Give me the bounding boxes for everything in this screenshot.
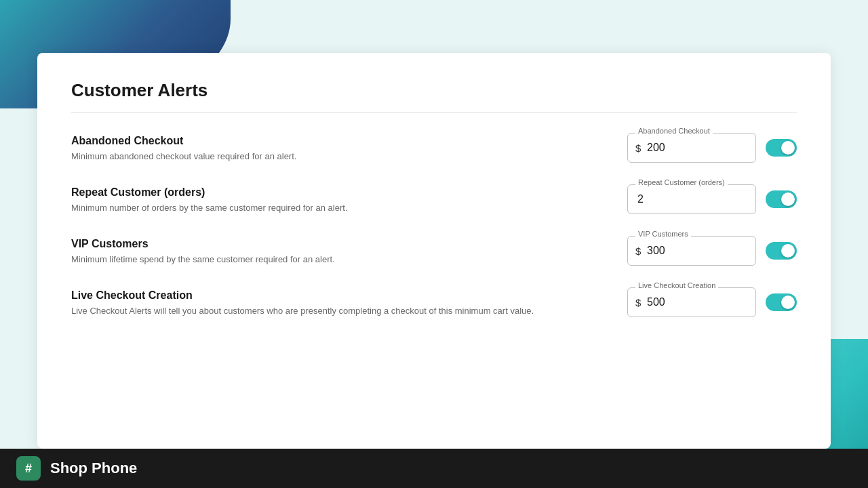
input-group-live-checkout: Live Checkout Creation$ xyxy=(627,287,756,317)
input-label-vip-customers: VIP Customers xyxy=(635,230,691,238)
input-label-repeat-customer: Repeat Customer (orders) xyxy=(635,178,728,186)
alert-desc-repeat-customer: Minimum number of orders by the same cus… xyxy=(71,203,627,213)
main-card: Customer Alerts Abandoned CheckoutMinimu… xyxy=(37,53,831,449)
page-title: Customer Alerts xyxy=(71,80,797,101)
title-divider xyxy=(71,112,797,113)
input-field-repeat-customer[interactable] xyxy=(627,184,756,214)
toggle-thumb-vip-customers xyxy=(781,244,795,258)
alert-row-repeat-customer: Repeat Customer (orders)Minimum number o… xyxy=(71,184,797,214)
toggle-thumb-abandoned-checkout xyxy=(781,141,795,155)
app-icon: # xyxy=(16,456,41,481)
alert-info-vip-customers: VIP CustomersMinimum lifetime spend by t… xyxy=(71,238,627,264)
alert-title-repeat-customer: Repeat Customer (orders) xyxy=(71,186,627,199)
alert-desc-live-checkout: Live Checkout Alerts will tell you about… xyxy=(71,306,627,316)
bottom-bar: # Shop Phone xyxy=(0,449,868,488)
alert-info-abandoned-checkout: Abandoned CheckoutMinimum abandoned chec… xyxy=(71,135,627,161)
alert-row-vip-customers: VIP CustomersMinimum lifetime spend by t… xyxy=(71,236,797,266)
alert-control-live-checkout: Live Checkout Creation$ xyxy=(627,287,797,317)
alert-info-live-checkout: Live Checkout CreationLive Checkout Aler… xyxy=(71,289,627,316)
alerts-container: Abandoned CheckoutMinimum abandoned chec… xyxy=(71,133,797,317)
toggle-live-checkout[interactable] xyxy=(766,293,797,311)
toggle-abandoned-checkout[interactable] xyxy=(766,139,797,157)
input-group-repeat-customer: Repeat Customer (orders) xyxy=(627,184,756,214)
alert-control-abandoned-checkout: Abandoned Checkout$ xyxy=(627,133,797,163)
toggle-thumb-live-checkout xyxy=(781,296,795,309)
alert-desc-abandoned-checkout: Minimum abandoned checkout value require… xyxy=(71,151,627,161)
alert-title-abandoned-checkout: Abandoned Checkout xyxy=(71,135,627,147)
alert-row-abandoned-checkout: Abandoned CheckoutMinimum abandoned chec… xyxy=(71,133,797,163)
input-field-vip-customers[interactable] xyxy=(627,236,756,266)
toggle-vip-customers[interactable] xyxy=(766,242,797,260)
alert-info-repeat-customer: Repeat Customer (orders)Minimum number o… xyxy=(71,186,627,213)
alert-title-live-checkout: Live Checkout Creation xyxy=(71,289,627,302)
input-label-abandoned-checkout: Abandoned Checkout xyxy=(635,127,713,135)
input-group-abandoned-checkout: Abandoned Checkout$ xyxy=(627,133,756,163)
toggle-repeat-customer[interactable] xyxy=(766,190,797,208)
app-name: Shop Phone xyxy=(50,460,137,477)
alert-control-repeat-customer: Repeat Customer (orders) xyxy=(627,184,797,214)
alert-title-vip-customers: VIP Customers xyxy=(71,238,627,250)
alert-desc-vip-customers: Minimum lifetime spend by the same custo… xyxy=(71,254,627,264)
toggle-track-live-checkout xyxy=(766,293,797,311)
toggle-thumb-repeat-customer xyxy=(781,192,795,206)
input-field-abandoned-checkout[interactable] xyxy=(627,133,756,163)
input-group-vip-customers: VIP Customers$ xyxy=(627,236,756,266)
app-icon-symbol: # xyxy=(25,462,32,476)
alert-control-vip-customers: VIP Customers$ xyxy=(627,236,797,266)
toggle-track-abandoned-checkout xyxy=(766,139,797,157)
toggle-track-repeat-customer xyxy=(766,190,797,208)
input-field-live-checkout[interactable] xyxy=(627,287,756,317)
toggle-track-vip-customers xyxy=(766,242,797,260)
alert-row-live-checkout: Live Checkout CreationLive Checkout Aler… xyxy=(71,287,797,317)
input-label-live-checkout: Live Checkout Creation xyxy=(635,281,718,289)
